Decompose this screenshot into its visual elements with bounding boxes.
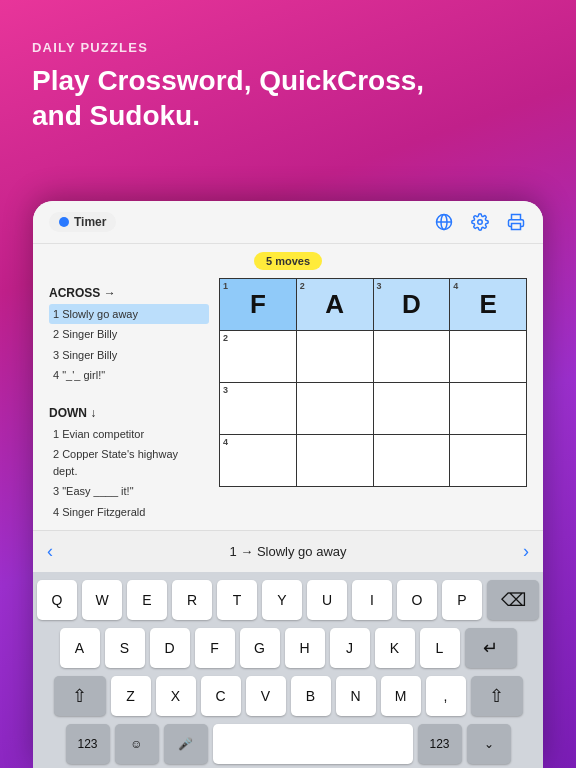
key-g[interactable]: G (240, 628, 280, 668)
key-e[interactable]: E (127, 580, 167, 620)
clue-nav-text: 1 → Slowly go away (61, 544, 515, 559)
grid-cell-2-1[interactable]: 2 (220, 330, 297, 382)
key-d[interactable]: D (150, 628, 190, 668)
key-t[interactable]: T (217, 580, 257, 620)
marketing-title: Play Crossword, QuickCross,and Sudoku. (32, 63, 544, 133)
grid-cell-3-1[interactable]: 3 (220, 382, 297, 434)
grid-cell-1-4[interactable]: 4 E (450, 278, 527, 330)
key-n[interactable]: N (336, 676, 376, 716)
grid-cell-4-1[interactable]: 4 (220, 434, 297, 486)
key-q[interactable]: Q (37, 580, 77, 620)
clue-2-across[interactable]: 2 Singer Billy (49, 324, 209, 345)
key-k[interactable]: K (375, 628, 415, 668)
key-i[interactable]: I (352, 580, 392, 620)
key-v[interactable]: V (246, 676, 286, 716)
key-w[interactable]: W (82, 580, 122, 620)
grid-cell-4-4[interactable] (450, 434, 527, 486)
clue-nav-bar: ‹ 1 → Slowly go away › (33, 530, 543, 572)
key-comma[interactable]: , (426, 676, 466, 716)
clue-2-down[interactable]: 2 Copper State's highway dept. (49, 444, 209, 481)
key-123-left[interactable]: 123 (66, 724, 110, 764)
key-m[interactable]: M (381, 676, 421, 716)
grid-row-3: 3 (220, 382, 527, 434)
svg-rect-4 (512, 223, 521, 229)
down-header: DOWN ↓ (49, 406, 209, 420)
across-header: ACROSS → (49, 286, 209, 300)
clues-panel: ACROSS → 1 Slowly go away 2 Singer Billy… (49, 278, 209, 523)
clue-next-button[interactable]: › (523, 541, 529, 562)
device-frame: Timer 5 moves AC (33, 201, 543, 769)
grid-cell-1-2[interactable]: 2 A (296, 278, 373, 330)
grid-cell-3-3[interactable] (373, 382, 450, 434)
key-f[interactable]: F (195, 628, 235, 668)
key-a[interactable]: A (60, 628, 100, 668)
app-topbar: Timer (33, 201, 543, 244)
keyboard-row-2: A S D F G H J K L ↵ (37, 628, 539, 668)
keyboard: Q W E R T Y U I O P ⌫ A S D F G H J K L … (33, 572, 543, 768)
moves-badge: 5 moves (254, 252, 322, 270)
globe-icon[interactable] (433, 211, 455, 233)
grid-row-1: 1 F 2 A 3 D 4 E (220, 278, 527, 330)
key-emoji[interactable]: ☺ (115, 724, 159, 764)
grid-cell-2-3[interactable] (373, 330, 450, 382)
key-l[interactable]: L (420, 628, 460, 668)
key-b[interactable]: B (291, 676, 331, 716)
print-icon[interactable] (505, 211, 527, 233)
grid-cell-4-3[interactable] (373, 434, 450, 486)
grid-row-4: 4 (220, 434, 527, 486)
marketing-label: DAILY PUZZLES (32, 40, 544, 55)
keyboard-row-1: Q W E R T Y U I O P ⌫ (37, 580, 539, 620)
clue-4-across[interactable]: 4 "_'_ girl!" (49, 365, 209, 386)
crossword-grid: 1 F 2 A 3 D 4 E (219, 278, 527, 523)
marketing-section: DAILY PUZZLES Play Crossword, QuickCross… (0, 0, 576, 157)
keyboard-bottom-row: 123 ☺ 🎤 123 ⌄ (37, 724, 539, 764)
key-r[interactable]: R (172, 580, 212, 620)
key-expand[interactable]: ⌄ (467, 724, 511, 764)
key-u[interactable]: U (307, 580, 347, 620)
grid-table: 1 F 2 A 3 D 4 E (219, 278, 527, 487)
grid-cell-4-2[interactable] (296, 434, 373, 486)
timer-badge: Timer (49, 212, 116, 232)
clue-1-down[interactable]: 1 Evian competitor (49, 424, 209, 445)
clue-1-across[interactable]: 1 Slowly go away (49, 304, 209, 325)
grid-cell-2-2[interactable] (296, 330, 373, 382)
topbar-icons (433, 211, 527, 233)
grid-cell-1-3[interactable]: 3 D (373, 278, 450, 330)
grid-cell-2-4[interactable] (450, 330, 527, 382)
key-space[interactable] (213, 724, 413, 764)
grid-cell-3-2[interactable] (296, 382, 373, 434)
clue-3-across[interactable]: 3 Singer Billy (49, 345, 209, 366)
moves-container: 5 moves (33, 244, 543, 274)
key-c[interactable]: C (201, 676, 241, 716)
key-shift-right[interactable]: ⇧ (471, 676, 523, 716)
svg-point-3 (478, 219, 483, 224)
key-y[interactable]: Y (262, 580, 302, 620)
key-j[interactable]: J (330, 628, 370, 668)
clue-4-down[interactable]: 4 Singer Fitzgerald (49, 502, 209, 523)
key-return[interactable]: ↵ (465, 628, 517, 668)
key-x[interactable]: X (156, 676, 196, 716)
puzzle-area: ACROSS → 1 Slowly go away 2 Singer Billy… (33, 274, 543, 531)
key-p[interactable]: P (442, 580, 482, 620)
grid-cell-1-1[interactable]: 1 F (220, 278, 297, 330)
keyboard-row-3: ⇧ Z X C V B N M , ⇧ (37, 676, 539, 716)
clue-3-down[interactable]: 3 "Easy ____ it!" (49, 481, 209, 502)
clue-prev-button[interactable]: ‹ (47, 541, 53, 562)
key-s[interactable]: S (105, 628, 145, 668)
key-o[interactable]: O (397, 580, 437, 620)
grid-row-2: 2 (220, 330, 527, 382)
key-mic[interactable]: 🎤 (164, 724, 208, 764)
key-123-right[interactable]: 123 (418, 724, 462, 764)
timer-label: Timer (74, 215, 106, 229)
key-shift-left[interactable]: ⇧ (54, 676, 106, 716)
gear-icon[interactable] (469, 211, 491, 233)
key-backspace[interactable]: ⌫ (487, 580, 539, 620)
key-z[interactable]: Z (111, 676, 151, 716)
grid-cell-3-4[interactable] (450, 382, 527, 434)
timer-dot (59, 217, 69, 227)
key-h[interactable]: H (285, 628, 325, 668)
